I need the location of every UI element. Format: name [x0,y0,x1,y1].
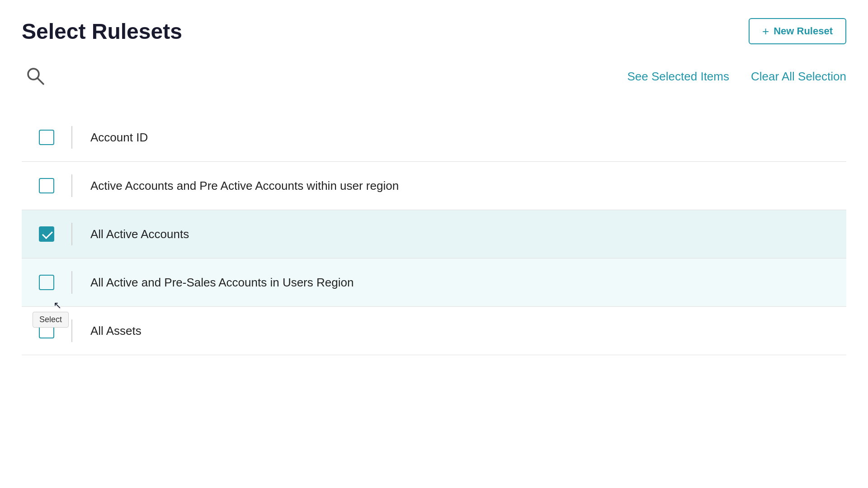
list-item: All Assets [22,307,846,355]
checkbox-item-5[interactable] [39,323,54,338]
ruleset-label: Account ID [72,131,148,145]
page-title: Select Rulesets [22,19,182,44]
search-button[interactable] [22,62,49,91]
list-item: All Active Accounts [22,210,846,258]
ruleset-label: All Active Accounts [72,227,189,241]
ruleset-label: All Active and Pre-Sales Accounts in Use… [72,276,354,290]
toolbar-actions: See Selected Items Clear All Selection [627,70,846,84]
checkbox-item-4[interactable] [39,275,54,290]
ruleset-list: Account IDActive Accounts and Pre Active… [22,113,846,355]
see-selected-button[interactable]: See Selected Items [627,70,729,84]
checkbox-item-1[interactable] [39,130,54,145]
list-item: All Active and Pre-Sales Accounts in Use… [22,258,846,307]
new-ruleset-label: New Ruleset [774,25,833,37]
list-item-wrapper: All Assets [22,307,846,355]
search-icon [25,66,45,86]
svg-line-1 [38,78,43,84]
list-item: Active Accounts and Pre Active Accounts … [22,162,846,210]
list-item-wrapper: Account ID [22,113,846,162]
header-row: Select Rulesets + New Ruleset [22,18,846,44]
plus-icon: + [762,25,769,37]
clear-all-button[interactable]: Clear All Selection [751,70,846,84]
list-item: Account ID [22,113,846,162]
list-item-wrapper: All Active and Pre-Sales Accounts in Use… [22,258,846,307]
checkbox-item-2[interactable] [39,178,54,193]
checkbox-cell [22,323,71,338]
checkbox-cell [22,275,71,290]
checkbox-cell [22,226,71,242]
list-item-wrapper: Active Accounts and Pre Active Accounts … [22,162,846,210]
toolbar-row: See Selected Items Clear All Selection [22,62,846,91]
ruleset-label: Active Accounts and Pre Active Accounts … [72,179,399,193]
ruleset-label: All Assets [72,324,142,338]
new-ruleset-button[interactable]: + New Ruleset [749,18,846,44]
checkbox-cell [22,178,71,193]
checkbox-cell [22,130,71,145]
list-item-wrapper: All Active Accounts [22,210,846,258]
page-container: Select Rulesets + New Ruleset See Select… [0,0,868,373]
checkbox-item-3[interactable] [39,226,54,242]
